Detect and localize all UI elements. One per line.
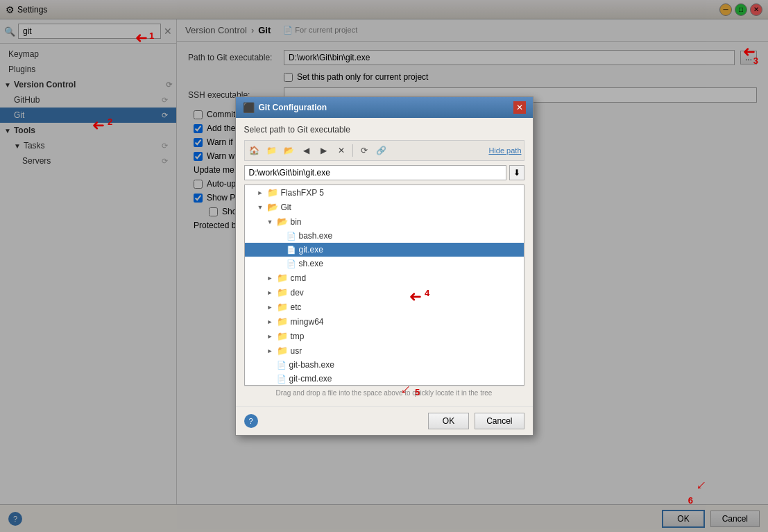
file-tree: ► 📁 FlashFXP 5 ▼ 📂 Git ▼ 📂 bin [244, 185, 524, 386]
prev-button[interactable]: ◀ [299, 143, 314, 158]
git-exe-file-icon: 📄 [287, 246, 296, 255]
tree-item-cmd[interactable]: ► 📁 cmd [245, 271, 524, 285]
modal-cancel-button[interactable]: Cancel [475, 413, 524, 429]
tree-item-etc[interactable]: ► 📁 etc [245, 300, 524, 314]
link-button[interactable]: 🔗 [374, 143, 389, 158]
tree-item-mingw64[interactable]: ► 📁 mingw64 [245, 314, 524, 329]
new-folder-button[interactable]: 📁 [264, 143, 280, 158]
git-chevron: ▼ [257, 204, 264, 211]
bin-folder-icon: 📂 [277, 216, 288, 227]
modal-title-icon: ⬛ [243, 102, 255, 113]
git-exe-label: git.exe [299, 245, 323, 255]
bash-file-icon: 📄 [287, 232, 296, 241]
modal-footer: ? OK Cancel [236, 406, 533, 435]
flashfxp-label: FlashFXP 5 [281, 188, 324, 198]
modal-download-button[interactable]: ⬇ [509, 165, 524, 180]
git-folder-label: Git [281, 203, 291, 212]
dev-folder-icon: 📁 [277, 287, 288, 298]
usr-chevron: ► [267, 347, 274, 354]
tree-item-tmp[interactable]: ► 📁 tmp [245, 329, 524, 343]
modal-toolbar: 🏠 📁 📂 ◀ ▶ ✕ ⟳ 🔗 Hide path [244, 140, 524, 161]
tmp-chevron: ► [267, 333, 274, 340]
tree-item-dev[interactable]: ► 📁 dev [245, 285, 524, 300]
dev-label: dev [291, 288, 304, 298]
flashfxp-folder-icon: 📁 [267, 187, 278, 198]
tree-item-git-cmd[interactable]: 📄 git-cmd.exe [245, 372, 524, 386]
etc-chevron: ► [267, 304, 274, 311]
tmp-folder-icon: 📁 [277, 331, 288, 341]
next-button[interactable]: ▶ [316, 143, 332, 158]
cmd-folder-icon: 📁 [277, 273, 288, 283]
toolbar-separator [352, 144, 353, 157]
modal-overlay: ⬛ Git Configuration ✕ Select path to Git… [0, 0, 768, 532]
modal-path-bar: ⬇ [244, 165, 524, 180]
git-cmd-label: git-cmd.exe [289, 374, 332, 384]
bash-label: bash.exe [299, 231, 333, 241]
flashfxp-chevron: ► [257, 189, 264, 196]
tree-item-git-exe[interactable]: 📄 git.exe [245, 243, 524, 257]
usr-label: usr [291, 346, 302, 356]
git-configuration-modal: ⬛ Git Configuration ✕ Select path to Git… [235, 96, 534, 436]
git-folder-icon: 📂 [267, 202, 278, 212]
modal-help-button[interactable]: ? [244, 414, 258, 428]
bin-folder-label: bin [291, 217, 302, 227]
sh-file-icon: 📄 [287, 259, 296, 268]
git-bash-label: git-bash.exe [289, 360, 334, 370]
modal-ok-button[interactable]: OK [428, 413, 469, 429]
modal-hint: Drag and drop a file into the space abov… [244, 386, 524, 400]
tree-item-bin[interactable]: ▼ 📂 bin [245, 214, 524, 229]
modal-path-input[interactable] [244, 165, 506, 180]
modal-close-button[interactable]: ✕ [513, 101, 526, 114]
sh-label: sh.exe [299, 259, 323, 268]
mingw64-folder-icon: 📁 [277, 316, 288, 327]
tree-item-bash[interactable]: 📄 bash.exe [245, 229, 524, 243]
folder-up-button[interactable]: 📂 [282, 143, 297, 158]
tmp-label: tmp [291, 332, 305, 341]
tree-item-sh[interactable]: 📄 sh.exe [245, 257, 524, 271]
tree-item-git-bash[interactable]: 📄 git-bash.exe [245, 358, 524, 372]
home-button[interactable]: 🏠 [247, 143, 262, 158]
bin-chevron: ▼ [267, 218, 274, 225]
cmd-chevron: ► [267, 275, 274, 282]
tree-item-git[interactable]: ▼ 📂 Git [245, 200, 524, 214]
usr-folder-icon: 📁 [277, 345, 288, 356]
tree-item-flashfxp[interactable]: ► 📁 FlashFXP 5 [245, 185, 524, 200]
hide-path-button[interactable]: Hide path [488, 146, 521, 155]
cmd-label: cmd [291, 273, 307, 283]
git-cmd-file-icon: 📄 [277, 375, 287, 384]
tree-item-usr[interactable]: ► 📁 usr [245, 343, 524, 358]
mingw64-chevron: ► [267, 318, 274, 325]
etc-folder-icon: 📁 [277, 302, 288, 312]
modal-subtitle: Select path to Git executable [244, 125, 524, 135]
modal-title: Git Configuration [259, 103, 327, 112]
refresh-button[interactable]: ⟳ [357, 143, 372, 158]
etc-label: etc [291, 302, 302, 312]
modal-body: Select path to Git executable 🏠 📁 📂 ◀ ▶ … [236, 118, 533, 406]
mingw64-label: mingw64 [291, 317, 324, 327]
dev-chevron: ► [267, 289, 274, 296]
delete-button[interactable]: ✕ [334, 143, 349, 158]
modal-title-bar: ⬛ Git Configuration ✕ [236, 97, 533, 118]
git-bash-file-icon: 📄 [277, 361, 287, 370]
